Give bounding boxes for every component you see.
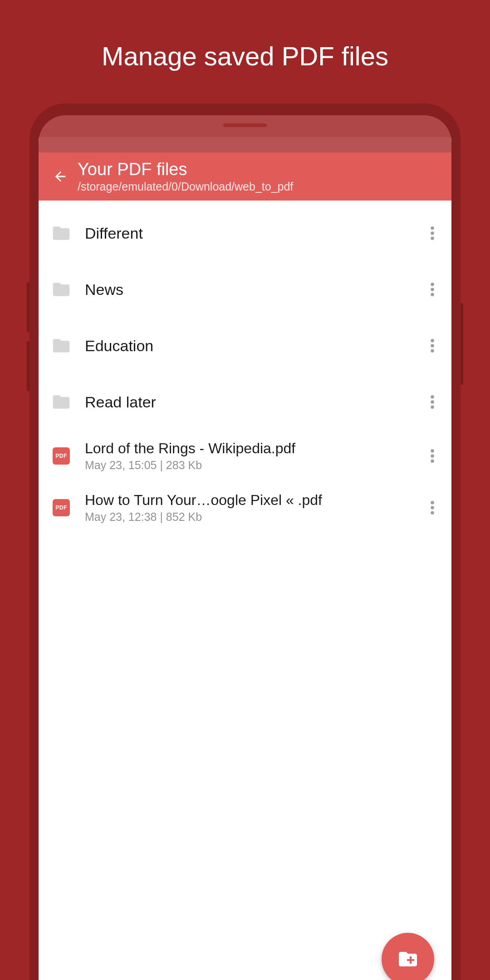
svg-point-10 [431,400,434,404]
svg-point-12 [431,449,434,453]
folder-label: News [85,281,423,299]
folder-icon [51,279,71,299]
folder-icon [51,392,71,412]
more-vertical-icon [431,501,434,514]
folder-item[interactable]: Read later [39,374,451,430]
svg-point-13 [431,454,434,458]
file-text: Lord of the Rings - Wikipedia.pdf May 23… [85,440,423,472]
svg-point-5 [431,293,434,297]
more-vertical-icon [431,283,434,296]
folder-icon [51,336,71,356]
back-button[interactable] [47,152,74,201]
svg-point-0 [431,226,434,230]
svg-point-3 [431,283,434,286]
svg-point-8 [431,349,434,353]
file-name: How to Turn Your…oogle Pixel « .pdf [85,492,423,509]
svg-point-11 [431,406,434,409]
folder-item[interactable]: Education [39,318,451,374]
folder-label: Read later [85,393,423,411]
svg-point-7 [431,344,434,348]
more-button[interactable] [423,280,441,299]
app-bar-path: /storage/emulated/0/Download/web_to_pdf [78,180,293,193]
more-vertical-icon [431,395,434,409]
svg-point-2 [431,237,434,240]
svg-point-9 [431,395,434,399]
pdf-badge: PDF [53,447,70,465]
folder-icon [51,223,71,243]
status-bar [39,137,451,152]
phone-side-button [27,282,29,332]
phone-speaker [223,123,267,127]
more-button[interactable] [423,447,441,465]
svg-point-14 [431,460,434,463]
folder-label: Different [85,225,423,242]
app-bar-text: Your PDF files /storage/emulated/0/Downl… [78,160,293,193]
svg-point-6 [431,339,434,343]
more-vertical-icon [431,339,434,353]
file-item[interactable]: PDF How to Turn Your…oogle Pixel « .pdf … [39,482,451,534]
phone-side-button [461,303,463,385]
svg-point-4 [431,288,434,291]
more-vertical-icon [431,449,434,463]
svg-point-1 [431,231,434,235]
file-meta: May 23, 12:38 | 852 Kb [85,510,423,524]
app-screen: Your PDF files /storage/emulated/0/Downl… [39,137,451,980]
file-name: Lord of the Rings - Wikipedia.pdf [85,440,423,457]
phone-frame: Your PDF files /storage/emulated/0/Downl… [29,103,461,980]
promo-title: Manage saved PDF files [0,41,490,71]
app-bar: Your PDF files /storage/emulated/0/Downl… [39,152,451,201]
arrow-left-icon [53,169,68,184]
file-text: How to Turn Your…oogle Pixel « .pdf May … [85,492,423,524]
more-button[interactable] [423,499,441,517]
new-folder-icon [397,948,419,970]
more-vertical-icon [431,226,434,240]
svg-point-15 [431,501,434,505]
phone-side-button [27,341,29,391]
more-button[interactable] [423,224,441,242]
folder-item[interactable]: News [39,261,451,318]
file-list: Different News [39,201,451,534]
phone-inner: Your PDF files /storage/emulated/0/Downl… [39,115,451,980]
folder-label: Education [85,337,423,355]
pdf-icon: PDF [51,446,71,466]
app-bar-title: Your PDF files [78,160,293,179]
pdf-icon: PDF [51,498,71,518]
svg-point-17 [431,511,434,515]
more-button[interactable] [423,337,441,355]
svg-point-16 [431,506,434,510]
add-folder-fab[interactable] [382,933,434,980]
file-item[interactable]: PDF Lord of the Rings - Wikipedia.pdf Ma… [39,430,451,482]
folder-item[interactable]: Different [39,205,451,261]
pdf-badge: PDF [53,499,70,516]
more-button[interactable] [423,393,441,411]
file-meta: May 23, 15:05 | 283 Kb [85,459,423,472]
